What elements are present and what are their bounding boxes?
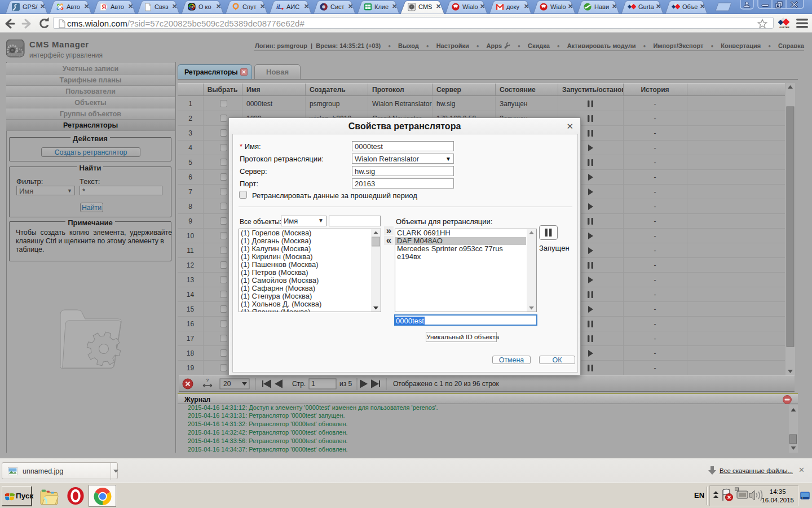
svg-text:Я: Я [102, 4, 106, 10]
svg-text:GURTAM: GURTAM [779, 26, 789, 29]
svg-text:T: T [191, 5, 193, 8]
svg-text:из 5: из 5 [339, 380, 352, 388]
svg-text:Отображено с 1 по 20 из 96 стр: Отображено с 1 по 20 из 96 строк [393, 380, 500, 388]
svg-text:iL: iL [276, 3, 282, 10]
svg-text:1: 1 [311, 380, 315, 388]
svg-text:20: 20 [223, 380, 231, 388]
svg-text:Стр.: Стр. [292, 380, 306, 388]
svg-text:?: ? [206, 378, 209, 383]
